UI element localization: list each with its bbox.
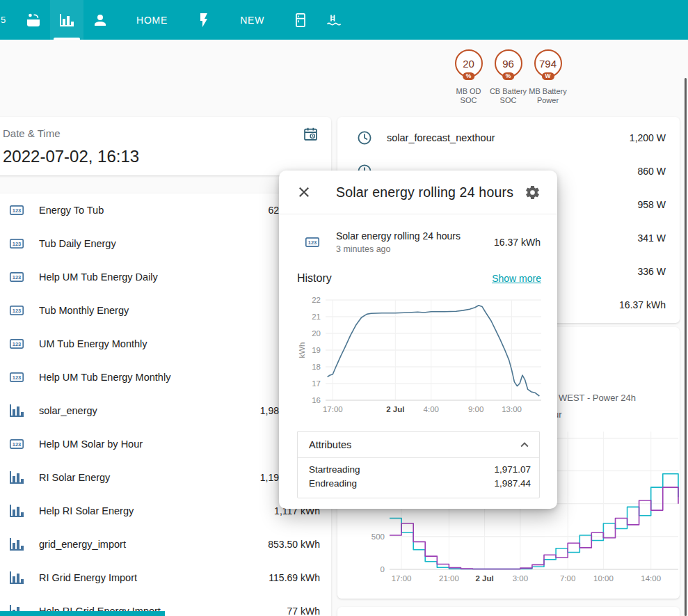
clock-icon	[356, 129, 373, 146]
list-item[interactable]: solar_forecast_nexthour1,200 W	[356, 121, 666, 155]
entity-name: solar_forecast_nexthour	[387, 132, 624, 143]
attributes-header[interactable]: Attributes	[298, 432, 539, 458]
badge-circle: 20%	[455, 49, 483, 77]
chart-bar-icon	[8, 569, 25, 586]
tab-new[interactable]: NEW	[230, 0, 274, 40]
state-badge[interactable]: 794WMB Battery Power	[528, 49, 568, 105]
tab-home[interactable]: HOME	[127, 0, 177, 40]
state-badge[interactable]: 20%MB OD SOC	[449, 49, 488, 105]
gear-icon[interactable]	[525, 184, 541, 200]
tab-bar: HOMENEW	[17, 0, 351, 40]
badge-label: MB Battery Power	[528, 87, 568, 105]
partial-tab[interactable]: 5	[1, 15, 6, 25]
svg-text:19: 19	[312, 346, 321, 354]
svg-text:13:00: 13:00	[502, 405, 522, 413]
counter-icon	[8, 369, 25, 386]
attributes-body: Startreading1,971.07Endreading1,987.44	[298, 458, 539, 498]
entity-name: RI Grid Energy Import	[39, 572, 263, 583]
datetime-card-header: Date & Time	[3, 126, 319, 142]
entity-name: Help RI Solar Energy	[39, 505, 269, 516]
history-header: History Show more	[297, 272, 541, 285]
list-item[interactable]: solar_energy1,98	[8, 394, 320, 427]
counter-icon	[8, 235, 25, 252]
show-more-link[interactable]: Show more	[492, 273, 541, 284]
badge-value: 96	[502, 58, 514, 70]
list-item[interactable]: Tub Daily Energy	[8, 227, 320, 260]
tab-fridge[interactable]	[284, 0, 317, 40]
attribute-value: 1,971.07	[494, 463, 531, 477]
chart-bar-icon	[8, 469, 25, 486]
page-scrollbar[interactable]	[685, 78, 687, 616]
svg-text:3:00: 3:00	[513, 574, 528, 583]
svg-text:16: 16	[312, 396, 321, 404]
close-icon[interactable]	[296, 184, 312, 200]
partial-bottom-card	[337, 607, 680, 616]
tab-energy[interactable]	[187, 0, 221, 40]
svg-text:18: 18	[312, 363, 321, 371]
badge-label: CB Battery SOC	[488, 87, 528, 105]
tab-charts[interactable]	[50, 0, 83, 40]
datetime-value: 2022-07-02, 16:13	[3, 147, 319, 166]
entity-value: 336 W	[638, 266, 666, 277]
attribute-key: Startreading	[309, 463, 360, 477]
list-item[interactable]: Help UM Solar by Hour	[8, 427, 320, 461]
badge-value: 794	[539, 58, 557, 70]
entity-last-changed: 3 minutes ago	[336, 244, 461, 254]
badge-unit: %	[463, 72, 475, 81]
svg-text:14:00: 14:00	[641, 574, 661, 583]
counter-icon	[8, 436, 25, 452]
attributes-title: Attributes	[309, 439, 351, 450]
counter-icon	[304, 234, 321, 251]
attribute-row: Startreading1,971.07	[309, 463, 531, 477]
list-item[interactable]: RI Solar Energy1,19	[8, 461, 320, 494]
history-chart[interactable]: 1617181920212217:002 Jul4:009:0013:00kWh	[279, 290, 557, 446]
entity-name: solar_energy	[39, 405, 255, 416]
counter-icon	[8, 269, 25, 285]
dialog-entity-row[interactable]: Solar energy rolling 24 hours 3 minutes …	[296, 230, 541, 254]
list-item[interactable]: Help RI Solar Energy1,117 kWh	[8, 494, 320, 528]
svg-text:9:00: 9:00	[468, 405, 483, 413]
datetime-card: Date & Time 2022-07-02, 16:13	[0, 117, 331, 175]
entity-value: 77 kWh	[287, 606, 320, 616]
history-label: History	[297, 272, 332, 285]
counter-icon	[8, 302, 25, 319]
entity-name: Help UM Tub Energy Monthly	[39, 372, 314, 383]
badge-circle: 96%	[495, 49, 522, 77]
calendar-clock-icon[interactable]	[303, 126, 319, 142]
svg-text:22: 22	[312, 296, 321, 304]
entity-name: RI Solar Energy	[39, 472, 255, 483]
list-item[interactable]: grid_energy_import853.50 kWh	[8, 528, 320, 561]
badge-row: 20%MB OD SOC96%CB Battery SOC794WMB Batt…	[449, 49, 568, 105]
list-item[interactable]: Help UM Tub Energy Daily	[8, 260, 320, 294]
chart-bar-icon	[8, 503, 25, 519]
entity-value: 860 W	[638, 166, 666, 177]
badge-unit: %	[502, 72, 515, 81]
svg-text:17:00: 17:00	[323, 405, 343, 413]
tab-hot-tub[interactable]	[17, 0, 50, 40]
list-item[interactable]: UM Tub Energy Monthly	[8, 327, 320, 361]
account-icon	[92, 12, 109, 29]
entity-dialog: Solar energy rolling 24 hours Solar ener…	[279, 171, 557, 509]
svg-text:4:00: 4:00	[424, 405, 439, 413]
badge-label: MB OD SOC	[449, 87, 488, 105]
flash-icon	[195, 12, 212, 29]
state-badge[interactable]: 96%CB Battery SOC	[488, 49, 528, 105]
attribute-value: 1,987.44	[494, 477, 531, 491]
list-item[interactable]: Help UM Tub Energy Monthly	[8, 361, 320, 394]
badge-circle: 794W	[534, 49, 562, 77]
svg-text:17:00: 17:00	[392, 574, 412, 583]
entity-value: 958 W	[638, 199, 666, 210]
svg-text:kWh: kWh	[298, 342, 306, 358]
tab-people[interactable]	[83, 0, 117, 40]
tab-pool[interactable]	[317, 0, 351, 40]
legend-west-power[interactable]: WEST - Power 24h	[559, 393, 636, 403]
entity-name: Help UM Solar by Hour	[39, 439, 314, 450]
svg-text:20: 20	[312, 329, 321, 338]
dialog-header: Solar energy rolling 24 hours	[279, 171, 557, 214]
bottom-media-strip[interactable]	[0, 611, 165, 616]
svg-text:17: 17	[312, 379, 321, 388]
entity-value: 115.69 kWh	[269, 572, 320, 583]
list-item[interactable]: Tub Monthly Energy	[8, 294, 320, 327]
list-item[interactable]: RI Grid Energy Import115.69 kWh	[8, 561, 320, 594]
list-item[interactable]: Energy To Tub62	[8, 194, 320, 227]
